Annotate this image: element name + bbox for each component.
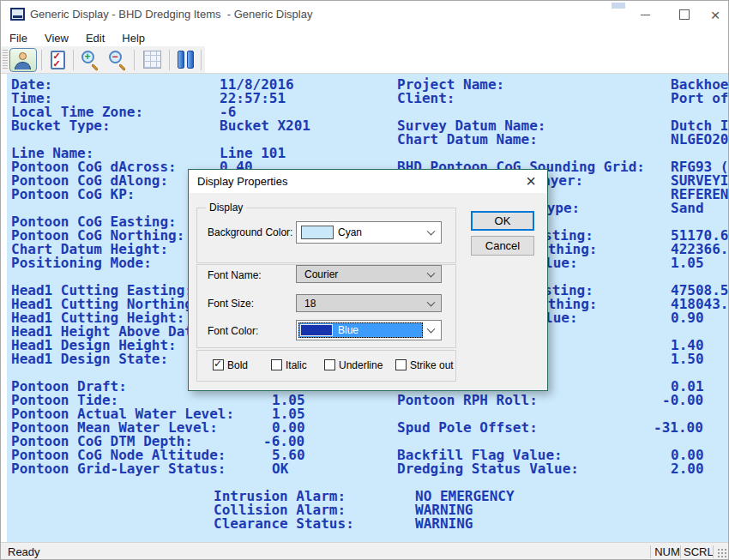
display-text: 0.90 (671, 311, 704, 325)
close-button[interactable]: × (701, 1, 729, 28)
toolbar-separator (41, 50, 42, 70)
maximize-icon (679, 9, 690, 20)
display-group-label: Display (206, 202, 246, 214)
display-text: -31.00 (654, 421, 703, 435)
display-text: lue: (545, 256, 578, 270)
title-bar: Generic Display - BHD Dredging Items - G… (1, 1, 729, 29)
display-text: OK (272, 462, 288, 476)
font-color-selection: Blue (298, 322, 423, 338)
screen-artifact (612, 3, 625, 9)
checkbox-label: Strike out (410, 359, 454, 371)
font-size-select[interactable]: 18 (296, 294, 442, 312)
display-text: Bucket Type: (11, 119, 111, 133)
toolbar-separator (169, 50, 170, 70)
display-text: Pontoon CoG KP: (11, 188, 136, 202)
zoom-in-button[interactable]: + (78, 49, 102, 71)
dialog-title: Display Properties (197, 175, 288, 188)
application-window: { "window": { "title": "Generic Display … (0, 0, 729, 560)
checkbox-underline[interactable] (324, 359, 335, 370)
display-text: Bucket X201 (220, 119, 310, 133)
toolbar-grip[interactable] (3, 50, 8, 70)
menu-file[interactable]: File (1, 32, 36, 45)
user-icon (19, 52, 27, 60)
checkbox-label: Underline (339, 359, 383, 371)
display-text: Positioning Mode: (11, 256, 152, 270)
display-text: Sand (671, 202, 704, 215)
display-text: Clearance Status: (214, 517, 354, 531)
display-text: ayer: (542, 174, 583, 188)
chevron-down-icon (427, 298, 436, 306)
status-bar: Ready NUM SCRL (1, 542, 729, 560)
display-text: 2.00 (671, 462, 704, 476)
dialog-title-bar: Display Properties × (189, 170, 547, 193)
display-text: lue: (545, 311, 578, 325)
menu-bar: File View Edit Help (1, 29, 729, 46)
menu-help[interactable]: Help (113, 32, 154, 45)
font-size-label: Font Size: (208, 298, 254, 310)
check-icon: ✓ (214, 358, 222, 370)
display-text: WARNING (415, 517, 473, 531)
status-message: Ready (8, 545, 40, 558)
minimize-button[interactable] (625, 1, 665, 28)
grid-button[interactable] (139, 49, 165, 71)
display-text: Client: (397, 92, 455, 105)
display-properties-dialog: Display Properties × Display Background … (188, 169, 548, 391)
font-size-value: 18 (304, 298, 316, 310)
zoom-out-button[interactable]: − (105, 49, 130, 71)
font-color-label: Font Color: (208, 325, 258, 337)
display-text: Head1 Design State: (11, 352, 168, 366)
menu-edit[interactable]: Edit (77, 32, 113, 45)
toolbar-separator (201, 50, 202, 70)
checkbox-italic[interactable] (271, 359, 282, 370)
display-text: Pontoon RPH Roll: (397, 394, 538, 407)
toolbar: ✓✓ + − (1, 46, 205, 73)
display-text: -0.00 (662, 394, 703, 407)
display-text: Port of (671, 92, 728, 105)
display-text: Spud Pole Offset: (397, 421, 538, 435)
font-color-select[interactable]: Blue (296, 320, 442, 340)
checklist-icon: ✓✓ (51, 51, 65, 69)
chevron-down-icon (427, 227, 436, 236)
user-button[interactable] (9, 48, 37, 72)
checkbox-label: Italic (286, 359, 307, 371)
chevron-down-icon (427, 325, 436, 334)
close-icon: × (710, 7, 720, 23)
status-separator (713, 545, 714, 558)
menu-view[interactable]: View (36, 32, 77, 45)
num-lock-indicator: NUM (654, 545, 680, 558)
display-text: Dredging Status Value: (397, 462, 579, 476)
status-separator (650, 545, 651, 558)
toolbar-separator (73, 50, 74, 70)
display-text: 1.50 (671, 352, 704, 366)
app-icon (10, 8, 25, 21)
background-color-select[interactable]: Cyan (296, 221, 442, 244)
checklist-button[interactable]: ✓✓ (46, 49, 69, 71)
zoom-in-icon: + (81, 51, 94, 63)
background-color-label: Background Color: (208, 226, 292, 238)
display-text: NLGEO20 (671, 133, 728, 147)
minimize-icon (641, 15, 650, 15)
background-color-value: Cyan (338, 226, 362, 238)
blue-swatch (300, 324, 333, 336)
display-text: Chart Datum Name: (397, 133, 538, 147)
dialog-close-icon[interactable]: × (521, 172, 540, 190)
font-name-value: Courier (304, 268, 338, 280)
display-text: 1.05 (671, 256, 704, 270)
scroll-lock-indicator: SCRL (684, 545, 711, 558)
font-color-value: Blue (338, 324, 358, 336)
maximize-button[interactable] (665, 1, 704, 28)
font-name-label: Font Name: (208, 269, 262, 281)
checkbox-bold[interactable]: ✓ (213, 359, 224, 370)
pause-button[interactable] (174, 49, 196, 71)
display-text: Pontoon Grid-Layer Status: (11, 462, 226, 476)
checkbox-strike-out[interactable] (395, 359, 407, 370)
window-title: Generic Display - BHD Dredging Items - G… (30, 8, 312, 21)
cancel-button[interactable]: Cancel (471, 236, 534, 256)
resize-grip[interactable] (717, 548, 728, 559)
ok-button[interactable]: OK (471, 211, 534, 231)
checkbox-label: Bold (227, 359, 248, 371)
font-name-select[interactable]: Courier (296, 265, 442, 283)
status-separator (680, 545, 681, 558)
cyan-swatch (301, 226, 334, 239)
chevron-down-icon (427, 268, 436, 277)
